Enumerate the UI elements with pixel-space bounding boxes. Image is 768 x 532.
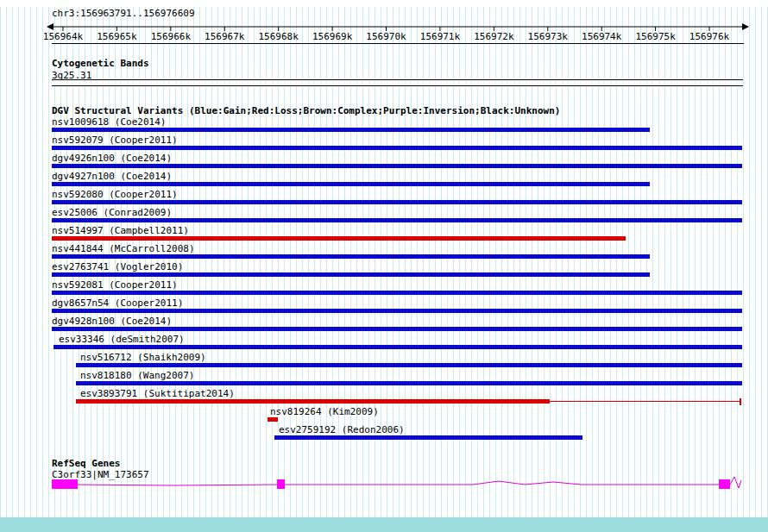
variant-label[interactable]: nsv818180 (Wang2007) — [80, 370, 194, 381]
gene-model[interactable] — [0, 474, 768, 497]
variant-bar[interactable] — [52, 254, 650, 259]
axis-tick-label: 156964k — [43, 31, 83, 42]
variant-label[interactable]: nsv516712 (Shaikh2009) — [80, 352, 206, 363]
variant-label[interactable]: esv33346 (deSmith2007) — [59, 334, 185, 345]
variant-label[interactable]: dgv4926n100 (Coe2014) — [52, 153, 172, 164]
gene-exon[interactable] — [719, 479, 730, 489]
variant-bar[interactable] — [52, 236, 626, 241]
axis-tick-label: 156971k — [420, 31, 460, 42]
axis-tick-label: 156965k — [97, 31, 136, 42]
variant-bar[interactable] — [76, 381, 742, 385]
variant-bar[interactable] — [52, 309, 742, 313]
variant-extent-line — [550, 401, 740, 402]
variant-end-tick — [740, 398, 741, 405]
variant-bar[interactable] — [52, 146, 742, 150]
axis-tick-label: 156967k — [205, 31, 244, 42]
genome-browser-view: chr3:156963791..156976609 156964k156965k… — [0, 0, 768, 532]
cytoband-track[interactable] — [52, 79, 743, 86]
variant-bar[interactable] — [52, 218, 742, 222]
axis-tick-label: 156974k — [582, 31, 621, 42]
refseq-genes-title: RefSeq Genes — [52, 458, 120, 469]
axis-tick-label: 156969k — [312, 31, 352, 42]
axis-tick-label: 156968k — [258, 31, 298, 42]
variant-bar[interactable] — [52, 128, 650, 132]
axis-separator-line — [52, 43, 744, 44]
gene-exon[interactable] — [277, 479, 285, 489]
variant-label[interactable]: nsv592079 (Cooper2011) — [52, 135, 178, 146]
variant-label[interactable]: nsv819264 (Kim2009) — [270, 406, 379, 417]
scroll-right-arrow-icon[interactable] — [742, 23, 749, 30]
axis-tick-labels: 156964k156965k156966k156967k156968k15696… — [0, 31, 768, 42]
variant-bar[interactable] — [52, 200, 742, 204]
axis-tick-label: 156973k — [528, 31, 568, 42]
dgv-track-title: DGV Structural Variants (Blue:Gain;Red:L… — [52, 105, 560, 116]
variant-bar[interactable] — [52, 327, 742, 331]
cytogenetic-bands-title: Cytogenetic Bands — [52, 58, 149, 69]
variant-bar[interactable] — [52, 272, 650, 277]
variant-bar[interactable] — [52, 164, 742, 168]
scroll-left-arrow-icon[interactable] — [47, 23, 54, 30]
variant-bar[interactable] — [76, 363, 742, 367]
axis-tick-label: 156972k — [474, 31, 513, 42]
variant-label[interactable]: esv25006 (Conrad2009) — [52, 207, 172, 218]
variant-label[interactable]: dgv4928n100 (Coe2014) — [52, 316, 172, 327]
variant-label[interactable]: nsv592080 (Cooper2011) — [52, 189, 178, 200]
variant-bar[interactable] — [76, 399, 550, 404]
axis-tick-label: 156975k — [635, 31, 675, 42]
axis-tick-label: 156970k — [366, 31, 406, 42]
footer-band — [0, 517, 768, 532]
variant-label[interactable]: esv2759192 (Redon2006) — [279, 424, 405, 435]
variant-label[interactable]: nsv514997 (Campbell2011) — [52, 225, 189, 236]
variant-label[interactable]: esv2763741 (Vogler2010) — [52, 261, 183, 272]
axis-tick-label: 156966k — [151, 31, 191, 42]
region-label: chr3:156963791..156976609 — [52, 8, 195, 19]
variant-label[interactable]: dgv8657n54 (Cooper2011) — [52, 297, 183, 309]
variant-bar[interactable] — [268, 417, 278, 422]
variant-bar[interactable] — [274, 435, 582, 440]
variant-label[interactable]: nsv1009618 (Coe2014) — [52, 116, 166, 128]
axis-tick-label: 156976k — [689, 31, 729, 42]
gene-intron-line — [78, 477, 741, 488]
variant-label[interactable]: dgv4927n100 (Coe2014) — [52, 171, 172, 182]
variant-label[interactable]: nsv441844 (McCarroll2008) — [52, 243, 195, 254]
variant-bar[interactable] — [52, 291, 742, 295]
variant-label[interactable]: nsv592081 (Cooper2011) — [52, 279, 178, 291]
variant-label[interactable]: esv3893791 (Suktitipat2014) — [80, 388, 235, 399]
variant-bar[interactable] — [54, 345, 742, 349]
gene-exon[interactable] — [52, 479, 78, 489]
variant-bar[interactable] — [52, 182, 650, 186]
